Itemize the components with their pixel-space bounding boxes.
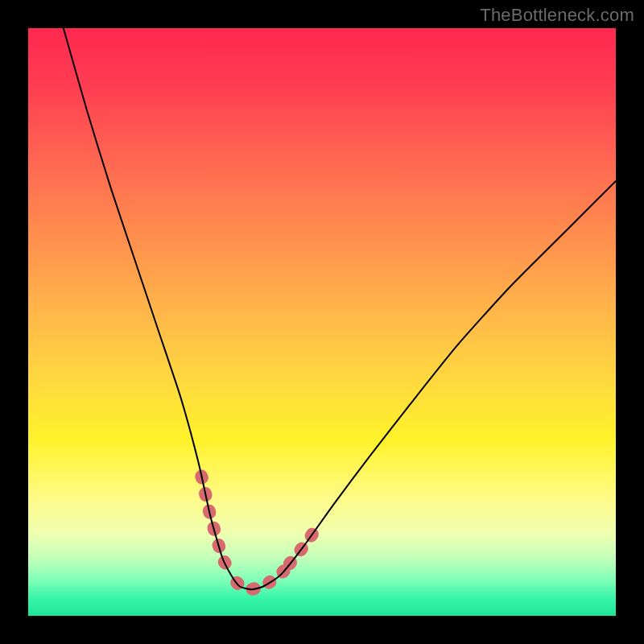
watermark-text: TheBottleneck.com bbox=[480, 5, 634, 26]
chart-frame: TheBottleneck.com bbox=[0, 0, 644, 644]
curve-svg bbox=[28, 28, 616, 616]
highlight-segment-0 bbox=[201, 477, 231, 575]
bottleneck-curve bbox=[64, 28, 616, 589]
highlight-segment-1 bbox=[237, 571, 283, 589]
curve-group bbox=[64, 28, 616, 589]
plot-area bbox=[28, 28, 616, 616]
